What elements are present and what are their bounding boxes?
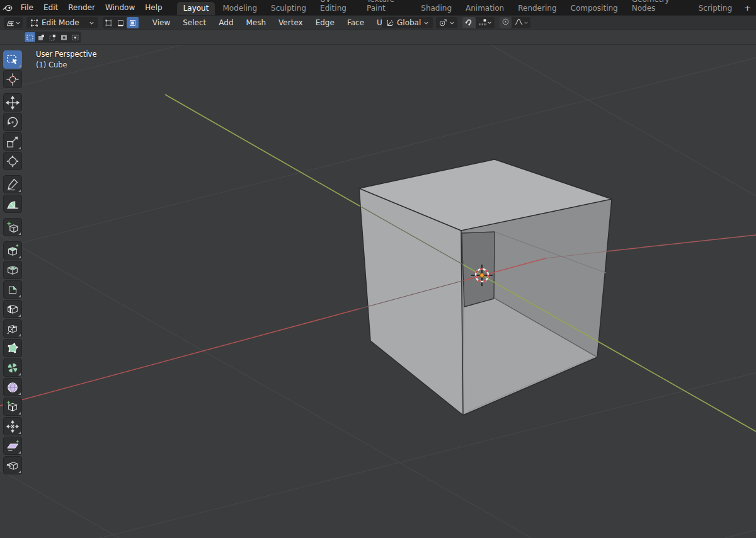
tab-uv-editing[interactable]: UV Editing — [314, 0, 359, 15]
tool-edge-slide-button[interactable] — [3, 398, 22, 416]
tool-group-indicator — [18, 471, 21, 473]
tool-measure-button[interactable] — [3, 195, 22, 213]
tool-extrude-region-button[interactable] — [3, 241, 22, 260]
menu-add[interactable]: Add — [212, 17, 239, 28]
add-workspace-button[interactable]: + — [739, 1, 756, 14]
menu-mesh[interactable]: Mesh — [240, 17, 273, 28]
menu-render[interactable]: Render — [63, 2, 100, 13]
proportional-edit-icon — [501, 18, 510, 28]
menu-edge[interactable]: Edge — [309, 17, 341, 28]
blender-logo-icon[interactable] — [0, 2, 16, 13]
object-name-label: (1) Cube — [36, 60, 67, 69]
x-axis-bright-left — [0, 309, 360, 406]
menu-window[interactable]: Window — [100, 2, 140, 13]
tool-settings-bar — [0, 30, 756, 45]
tool-add-cube-button[interactable] — [3, 218, 22, 236]
tool-spin-button[interactable] — [3, 358, 22, 377]
snap-increment-icon — [478, 18, 487, 28]
chevron-down-icon — [487, 18, 492, 27]
magnet-icon — [465, 18, 473, 28]
tool-knife-button[interactable] — [3, 319, 22, 338]
tab-geometry-nodes[interactable]: Geometry Nodes — [626, 0, 691, 15]
menu-face[interactable]: Face — [341, 17, 370, 28]
select-box-mode-group — [24, 31, 81, 43]
tab-texture-paint[interactable]: Texture Paint — [360, 0, 413, 15]
pivot-point-dropdown[interactable] — [436, 17, 457, 28]
tool-group-indicator — [18, 334, 21, 336]
workspace-tabs: LayoutModelingSculptingUV EditingTexture… — [176, 0, 739, 15]
mode-invert-button[interactable] — [59, 32, 69, 42]
grid-line — [0, 373, 756, 538]
tab-compositing[interactable]: Compositing — [564, 2, 624, 15]
editor-type-selector[interactable] — [4, 17, 23, 28]
3d-viewport[interactable]: User Perspective (1) Cube — [0, 45, 756, 538]
tab-animation[interactable]: Animation — [459, 2, 510, 15]
tab-sculpting[interactable]: Sculpting — [265, 2, 312, 15]
tool-rip-region-button[interactable] — [3, 456, 22, 474]
grid-line — [0, 45, 756, 196]
snap-toggle-button[interactable] — [462, 17, 476, 28]
tool-group-indicator — [18, 373, 21, 375]
tool-group-indicator — [18, 147, 21, 149]
cube-far-wall-interior[interactable] — [462, 232, 495, 307]
tool-smooth-button[interactable] — [3, 378, 22, 396]
top-bar: FileEditRenderWindowHelp LayoutModelingS… — [0, 0, 756, 15]
menu-file[interactable]: File — [16, 2, 38, 13]
chevron-down-icon — [423, 20, 429, 26]
tool-group-indicator — [18, 412, 21, 415]
menu-edit[interactable]: Edit — [38, 2, 63, 13]
tool-loop-cut-button[interactable] — [3, 300, 22, 318]
tab-layout[interactable]: Layout — [177, 2, 215, 15]
face-select-button[interactable] — [127, 17, 139, 28]
tab-modeling[interactable]: Modeling — [216, 2, 263, 15]
tool-shear-button[interactable] — [3, 437, 22, 455]
tool-group-indicator — [18, 314, 21, 317]
tool-inset-faces-button[interactable] — [3, 261, 22, 279]
edge-select-button[interactable] — [115, 17, 127, 28]
pivot-icon — [438, 18, 447, 27]
x-axis-bright-right — [606, 235, 756, 251]
viewport-header: Edit Mode ViewSelectAddMeshVertexEdgeFac… — [0, 15, 756, 30]
tool-bevel-button[interactable] — [3, 280, 22, 299]
grid-line — [0, 470, 756, 538]
tool-annotate-button[interactable] — [3, 175, 22, 193]
tool-scale-button[interactable] — [3, 132, 22, 151]
tool-group-indicator — [18, 432, 21, 434]
proportional-edit-toggle[interactable] — [500, 17, 512, 28]
viewport-menus: ViewSelectAddMeshVertexEdgeFaceUV — [146, 17, 394, 28]
tab-shading[interactable]: Shading — [415, 2, 458, 15]
tool-shrink-fatten-button[interactable] — [3, 417, 22, 435]
tab-rendering[interactable]: Rendering — [512, 2, 563, 15]
falloff-dropdown[interactable] — [512, 17, 530, 28]
tool-group-indicator — [18, 256, 21, 258]
snap-settings-dropdown[interactable] — [476, 17, 495, 28]
tab-scripting[interactable]: Scripting — [692, 2, 738, 15]
tool-group-indicator — [18, 392, 21, 395]
chevron-down-icon — [89, 20, 94, 26]
mode-intersect-button[interactable] — [70, 32, 81, 42]
tool-cursor-3d-button[interactable] — [3, 70, 22, 88]
tool-group-indicator — [18, 451, 21, 454]
menu-view[interactable]: View — [146, 17, 176, 28]
grid-line — [0, 530, 756, 538]
mode-subtract-button[interactable] — [47, 32, 58, 42]
menu-select[interactable]: Select — [176, 17, 212, 28]
transform-orientation-dropdown[interactable]: Global — [382, 17, 433, 28]
viewport-canvas[interactable] — [0, 45, 756, 538]
mode-dropdown[interactable]: Edit Mode — [26, 17, 98, 28]
tool-select-box-button[interactable] — [3, 50, 22, 69]
mode-set-button[interactable] — [25, 32, 35, 42]
menu-vertex[interactable]: Vertex — [272, 17, 309, 28]
editor-3d-viewport-icon — [6, 18, 15, 28]
orientation-icon — [386, 18, 394, 27]
tool-rotate-button[interactable] — [3, 113, 22, 131]
mode-extend-button[interactable] — [36, 32, 47, 42]
mode-dropdown-label: Edit Mode — [42, 18, 79, 27]
menu-help[interactable]: Help — [140, 2, 167, 13]
tool-poly-build-button[interactable] — [3, 339, 22, 357]
tool-shelf — [3, 50, 23, 476]
tool-group-indicator — [18, 190, 21, 192]
tool-transform-button[interactable] — [3, 152, 22, 170]
vertex-select-button[interactable] — [103, 17, 115, 28]
tool-move-button[interactable] — [3, 93, 22, 112]
